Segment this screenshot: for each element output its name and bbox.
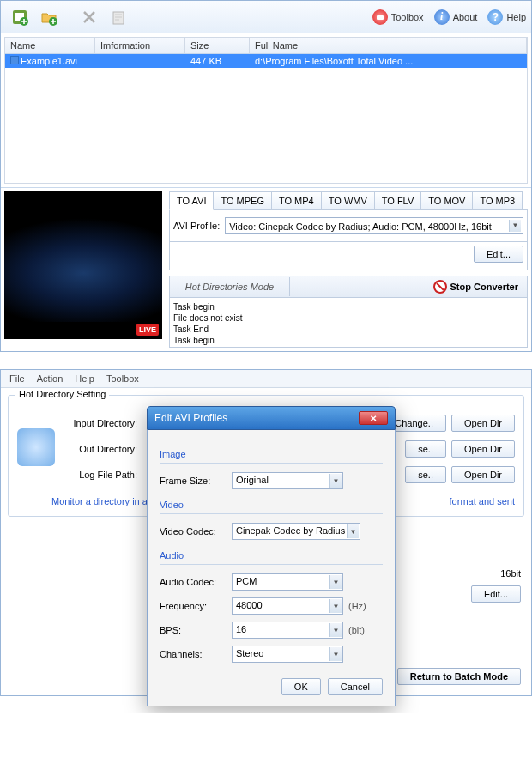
chevron-down-icon: ▼	[347, 524, 359, 538]
help-icon: ?	[487, 9, 503, 25]
chevron-down-icon: ▼	[329, 647, 342, 661]
chan-select[interactable]: Stereo▼	[232, 646, 343, 663]
profile-value: Video: Cinepak Codec by Radius; Audio: P…	[229, 221, 492, 232]
edit-button-2[interactable]: Edit...	[471, 585, 521, 603]
preview-content	[4, 200, 162, 322]
tab-mpeg[interactable]: TO MPEG	[213, 191, 272, 209]
video-preview[interactable]: LIVE	[4, 191, 162, 339]
log-browse-button[interactable]: se..	[405, 466, 446, 483]
profile-row: AVI Profile: Video: Cinepak Codec by Rad…	[169, 210, 528, 242]
col-information[interactable]: Imformation	[95, 38, 185, 53]
info-icon: i	[434, 9, 450, 25]
freq-label: Frequency:	[160, 601, 227, 611]
format-tabs: TO AVI TO MPEG TO MP4 TO WMV TO FLV TO M…	[169, 191, 528, 210]
remove-button[interactable]	[76, 4, 103, 30]
framesize-select[interactable]: Original▼	[232, 472, 343, 489]
dialog-body: Image Frame Size: Original▼ Video Video …	[147, 430, 396, 706]
chevron-down-icon: ▼	[329, 474, 342, 488]
lower-pane: LIVE TO AVI TO MPEG TO MP4 TO WMV TO FLV…	[1, 187, 531, 351]
cell-name: Example1.avi	[21, 56, 77, 66]
menu-toolbox[interactable]: Toolbox	[106, 373, 139, 384]
toolbox-icon	[372, 9, 388, 25]
section-video: Video	[160, 496, 383, 514]
ok-button[interactable]: OK	[281, 678, 321, 695]
monitor-tail: format and sent	[450, 492, 515, 507]
about-label: About	[453, 12, 478, 22]
dialog-titlebar[interactable]: Edit AVI Profiles ✕	[147, 406, 396, 430]
stop-converter-button[interactable]: Stop Converter	[425, 276, 527, 297]
return-batch-button[interactable]: Return to Batch Mode	[397, 668, 521, 685]
cell-fullname: d:\Program Files\Boxoft Total Video ...	[250, 54, 527, 68]
log-opendir-button[interactable]: Open Dir	[451, 466, 515, 483]
log-output[interactable]: Task begin File does not exist Task End …	[169, 298, 528, 348]
main-toolbar: Toolbox i About ? Help	[1, 1, 531, 33]
edit-profile-button[interactable]: Edit...	[474, 246, 523, 263]
profile-select[interactable]: Video: Cinepak Codec by Radius; Audio: P…	[225, 217, 523, 234]
close-icon[interactable]: ✕	[359, 411, 388, 425]
help-link[interactable]: ? Help	[487, 9, 526, 25]
menu-file[interactable]: File	[9, 373, 25, 384]
tab-mp3[interactable]: TO MP3	[472, 191, 523, 209]
table-row[interactable]: Example1.avi 447 KB d:\Program Files\Box…	[5, 54, 527, 68]
chevron-down-icon: ▼	[329, 599, 342, 613]
conversion-panel: TO AVI TO MPEG TO MP4 TO WMV TO FLV TO M…	[166, 188, 531, 351]
menu-help[interactable]: Help	[75, 373, 94, 384]
table-body[interactable]: Example1.avi 447 KB d:\Program Files\Box…	[5, 54, 527, 183]
bps-label: BPS:	[160, 625, 227, 635]
tab-avi[interactable]: TO AVI	[169, 191, 214, 210]
clear-button[interactable]	[105, 4, 132, 30]
tab-mov[interactable]: TO MOV	[420, 191, 473, 209]
chan-label: Channels:	[160, 649, 227, 659]
tab-mp4[interactable]: TO MP4	[271, 191, 322, 209]
out-browse-button[interactable]: se..	[405, 440, 446, 458]
framesize-label: Frame Size:	[160, 476, 227, 486]
freq-select[interactable]: 48000▼	[232, 597, 343, 615]
help-label: Help	[506, 12, 526, 22]
input-dir-label: Input Directory:	[60, 418, 137, 428]
toolbox-link[interactable]: Toolbox	[372, 9, 424, 25]
about-link[interactable]: i About	[434, 9, 478, 25]
vcodec-label: Video Codec:	[160, 526, 227, 537]
out-opendir-button[interactable]: Open Dir	[451, 440, 515, 458]
stop-label: Stop Converter	[450, 282, 518, 292]
add-folder-button[interactable]	[35, 4, 63, 30]
col-name[interactable]: Name	[5, 38, 95, 53]
edit-avi-dialog: Edit AVI Profiles ✕ Image Frame Size: Or…	[147, 406, 396, 706]
cancel-button[interactable]: Cancel	[328, 678, 383, 695]
group-title: Hot Directory Setting	[15, 389, 109, 399]
section-image: Image	[160, 446, 383, 464]
hot-directory-window: File Action Help Toolbox Hot Directory S…	[0, 369, 532, 696]
hot-directories-button[interactable]: Hot Directories Mode	[170, 277, 290, 296]
svg-rect-4	[113, 12, 124, 24]
chevron-down-icon: ▼	[329, 623, 342, 637]
menu-action[interactable]: Action	[37, 373, 63, 384]
mode-bar: Hot Directories Mode Stop Converter	[169, 276, 528, 298]
out-dir-label: Out Directory:	[60, 444, 137, 454]
acodec-select[interactable]: PCM▼	[232, 573, 343, 591]
input-opendir-button[interactable]: Open Dir	[451, 415, 515, 432]
col-fullname[interactable]: Full Name	[250, 38, 527, 53]
table-header: Name Imformation Size Full Name	[5, 38, 527, 54]
bps-unit: (bit)	[348, 625, 365, 635]
freq-unit: (Hz)	[348, 601, 366, 611]
menu-bar: File Action Help Toolbox	[1, 370, 531, 388]
cell-size: 447 KB	[185, 54, 250, 68]
chevron-down-icon: ▼	[509, 220, 521, 232]
cell-information	[95, 54, 185, 68]
tab-wmv[interactable]: TO WMV	[321, 191, 375, 209]
chevron-down-icon: ▼	[329, 575, 342, 589]
col-size[interactable]: Size	[185, 38, 250, 53]
main-window: Toolbox i About ? Help Name Imformation …	[0, 0, 532, 352]
video-file-icon	[10, 56, 19, 64]
profile-snippet: 16bit	[500, 568, 521, 579]
file-table: Name Imformation Size Full Name Example1…	[4, 37, 528, 184]
bps-select[interactable]: 16▼	[232, 622, 343, 639]
vcodec-select[interactable]: Cinepak Codec by Radius▼	[232, 523, 360, 540]
live-badge: LIVE	[136, 324, 159, 336]
folder-globe-icon	[17, 428, 55, 466]
toolbar-separator	[70, 6, 70, 28]
svg-rect-5	[377, 15, 384, 20]
tab-flv[interactable]: TO FLV	[374, 191, 422, 209]
add-video-button[interactable]	[6, 4, 33, 30]
dialog-title: Edit AVI Profiles	[154, 412, 227, 424]
